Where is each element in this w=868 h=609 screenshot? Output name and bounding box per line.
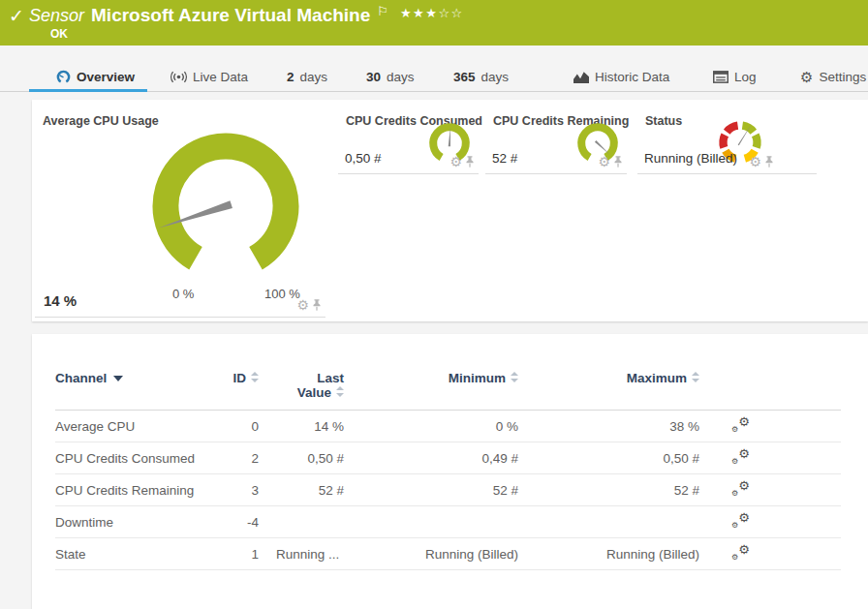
channel-minimum: 52 # [344, 474, 518, 506]
channel-id: -4 [210, 506, 259, 538]
live-broadcast-icon [170, 71, 187, 83]
object-kind-label: Sensor [29, 6, 84, 25]
channel-settings-icon[interactable]: ⚙⚙ [731, 417, 750, 433]
channels-table: Channel ID LastValue Minimum Maximum Ave… [55, 367, 841, 570]
sort-icon [251, 372, 259, 382]
sort-icon [692, 372, 699, 382]
channel-last-value [259, 506, 344, 538]
channel-id: 1 [210, 538, 259, 570]
gauge-value: Running (Billed) [644, 151, 737, 166]
pin-icon[interactable] [465, 155, 475, 168]
channel-last-value: 52 # [259, 474, 344, 506]
channel-settings-icon[interactable]: ⚙⚙ [731, 545, 750, 561]
channel-last-value: 0,50 # [259, 442, 344, 474]
channel-minimum: Running (Billed) [344, 538, 518, 570]
channel-name: CPU Credits Consumed [55, 442, 210, 474]
priority-stars[interactable]: ★★★☆☆ [400, 6, 464, 20]
channel-maximum: 38 % [518, 411, 699, 442]
table-row: State 1 Running ... Running (Billed) Run… [55, 538, 841, 570]
channel-name: Average CPU [55, 411, 210, 442]
pin-icon[interactable] [312, 298, 322, 312]
sensor-status-badge: OK [50, 27, 68, 41]
gauge-settings-gear-icon[interactable]: ⚙ [296, 298, 309, 312]
gauge-value: 14 % [44, 292, 77, 309]
pin-icon[interactable] [764, 155, 774, 168]
gauge-icon [56, 70, 71, 84]
channel-minimum: 0,49 # [344, 442, 518, 474]
sort-icon [511, 372, 518, 382]
channel-settings-icon[interactable]: ⚙⚙ [731, 449, 750, 465]
sensor-title: Microsoft Azure Virtual Machine [91, 5, 370, 25]
status-check-icon: ✓ [9, 5, 24, 27]
table-header-row: Channel ID LastValue Minimum Maximum [55, 367, 841, 411]
channel-settings-icon[interactable]: ⚙⚙ [731, 513, 750, 529]
column-header-id[interactable]: ID [210, 367, 259, 411]
gauge-settings-gear-icon[interactable]: ⚙ [598, 155, 610, 168]
channel-maximum: 52 # [518, 474, 699, 506]
sensor-header: ✓ SensorMicrosoft Azure Virtual Machine⚐… [0, 0, 868, 46]
gauge-settings-gear-icon[interactable]: ⚙ [450, 155, 462, 168]
sort-icon [336, 386, 344, 397]
channel-settings-icon[interactable]: ⚙⚙ [731, 481, 750, 497]
tab-30-days[interactable]: 30days [366, 62, 415, 91]
column-header-channel[interactable]: Channel [55, 367, 210, 411]
tab-2-days[interactable]: 2days [287, 62, 327, 91]
gear-icon: ⚙ [800, 70, 813, 84]
channels-panel: Channel ID LastValue Minimum Maximum Ave… [32, 334, 868, 609]
tab-bar: Overview Live Data 2days 30days 365days … [0, 62, 868, 92]
table-row: Downtime -4 ⚙⚙ [55, 506, 841, 538]
table-row: Average CPU 0 14 % 0 % 38 % ⚙⚙ [55, 411, 841, 442]
channel-last-value: Running ... [259, 538, 344, 570]
channel-minimum: 0 % [344, 411, 518, 442]
channel-name: State [55, 538, 210, 570]
flag-icon: ⚐ [377, 4, 388, 18]
gauge-min-label: 0 % [172, 287, 194, 301]
table-row: CPU Credits Remaining 3 52 # 52 # 52 # ⚙… [55, 474, 841, 506]
gauge-tile-cpu-credits-remaining: CPU Credits Remaining 52 # ⚙ [485, 103, 627, 174]
table-row: CPU Credits Consumed 2 0,50 # 0,49 # 0,5… [55, 442, 841, 474]
channel-maximum: 0,50 # [518, 442, 699, 474]
channel-last-value: 14 % [259, 411, 344, 442]
area-chart-icon [574, 71, 589, 83]
tab-settings[interactable]: ⚙ Settings [800, 62, 866, 91]
tab-historic-data[interactable]: Historic Data [574, 62, 669, 91]
channel-maximum [518, 506, 699, 538]
channel-name: Downtime [55, 506, 210, 538]
gauge-title: Average CPU Usage [43, 114, 159, 128]
tab-log[interactable]: Log [713, 62, 757, 91]
gauge-settings-gear-icon[interactable]: ⚙ [749, 155, 761, 168]
pin-icon[interactable] [613, 155, 623, 168]
gauge-tile-status: Status Running (Billed) ⚙ [637, 103, 817, 174]
channel-id: 3 [210, 474, 259, 506]
channel-id: 0 [210, 411, 259, 442]
tab-365-days[interactable]: 365days [453, 62, 509, 91]
active-tab-underline [29, 89, 147, 92]
gauge-needle [595, 140, 610, 155]
channel-minimum [344, 506, 518, 538]
channel-id: 2 [210, 442, 259, 474]
gauge-max-label: 100 % [264, 287, 300, 301]
column-header-maximum[interactable]: Maximum [518, 367, 699, 411]
gauge-tile-cpu-credits-consumed: CPU Credits Consumed 0,50 # ⚙ [338, 103, 479, 174]
column-header-minimum[interactable]: Minimum [344, 367, 518, 411]
sort-desc-icon [113, 376, 123, 381]
gauge-value: 0,50 # [345, 151, 382, 166]
column-header-actions [699, 367, 841, 411]
gauge-tile-average-cpu: Average CPU Usage 0 % 100 % 14 % ⚙ [35, 103, 326, 318]
channel-maximum: Running (Billed) [518, 538, 699, 570]
tab-live-data[interactable]: Live Data [170, 62, 248, 91]
log-list-icon [713, 71, 728, 83]
channel-name: CPU Credits Remaining [55, 474, 210, 506]
average-cpu-gauge [143, 124, 308, 289]
tab-overview[interactable]: Overview [56, 62, 135, 91]
column-header-last-value[interactable]: LastValue [259, 367, 344, 411]
gauge-title: Status [645, 114, 682, 128]
gauge-value: 52 # [492, 151, 517, 166]
gauges-panel: Average CPU Usage 0 % 100 % 14 % ⚙ CPU C… [32, 100, 868, 321]
